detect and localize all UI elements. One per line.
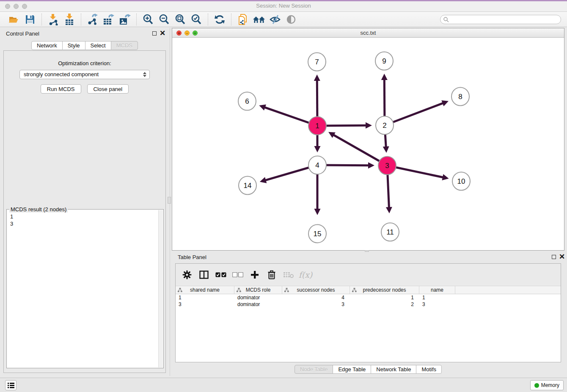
table-row[interactable]: 1dominator411 xyxy=(176,294,561,301)
table-tab-edge-table[interactable]: Edge Table xyxy=(333,365,371,374)
show-details-button[interactable] xyxy=(283,13,299,26)
edge-3-1[interactable] xyxy=(333,134,387,166)
search-input[interactable] xyxy=(449,16,561,23)
control-tab-mcds[interactable]: MCDS xyxy=(111,41,138,50)
table-tab-node-table[interactable]: Node Table xyxy=(295,365,333,374)
edge-2-8[interactable] xyxy=(385,103,444,125)
criterion-select[interactable]: strongly connected component xyxy=(19,70,150,79)
search-icon xyxy=(443,17,449,22)
documents-share-button[interactable] xyxy=(235,13,251,26)
close-panel-icon[interactable]: ✕ xyxy=(160,29,165,38)
close-panel-button[interactable]: Close panel xyxy=(87,84,129,94)
window-title: Session: New Session xyxy=(0,3,567,9)
node-label-7: 7 xyxy=(315,58,319,66)
search-field[interactable] xyxy=(440,15,561,24)
float-table-panel-icon[interactable] xyxy=(552,255,556,259)
arrowhead-2-3 xyxy=(383,146,389,153)
function-builder-button[interactable]: f(x) xyxy=(298,268,313,282)
cell-MCDS-role[interactable]: dominator xyxy=(234,294,282,301)
control-tab-network[interactable]: Network xyxy=(31,41,63,50)
control-tab-style[interactable]: Style xyxy=(62,41,85,50)
export-image-icon xyxy=(118,14,131,25)
column-header-MCDS-role[interactable]: MCDS role xyxy=(234,286,282,294)
hide-details-button[interactable] xyxy=(267,13,283,26)
export-network-icon xyxy=(87,14,99,25)
node-label-2: 2 xyxy=(383,121,386,130)
table-row[interactable]: 3dominator323 xyxy=(176,301,561,308)
memory-button[interactable]: Memory xyxy=(530,380,564,390)
column-header-successor-nodes[interactable]: successor nodes xyxy=(282,286,350,294)
vertical-splitter-handle[interactable] xyxy=(168,197,171,204)
trash-icon xyxy=(267,270,276,279)
zoom-fit-icon xyxy=(174,14,186,25)
cell-name[interactable]: 3 xyxy=(419,301,455,308)
export-image-button[interactable] xyxy=(117,13,133,26)
column-header-shared-name[interactable]: shared name xyxy=(176,286,234,294)
close-table-panel-icon[interactable]: ✕ xyxy=(559,252,565,262)
zoom-in-icon xyxy=(142,14,154,25)
node-label-14: 14 xyxy=(244,182,252,190)
task-history-button[interactable] xyxy=(5,380,17,390)
control-panel-title: Control Panel xyxy=(6,30,39,37)
arrowhead-2-9 xyxy=(381,74,388,80)
split-columns-icon xyxy=(199,271,209,279)
result-scrollbar[interactable] xyxy=(158,210,163,367)
control-tab-select[interactable]: Select xyxy=(85,41,111,50)
zoom-fit-button[interactable] xyxy=(172,13,188,26)
control-panel-tabs: NetworkStyleSelectMCDS xyxy=(0,41,169,50)
export-table-button[interactable] xyxy=(101,13,117,26)
refresh-icon xyxy=(214,14,225,25)
table-header-row: shared nameMCDS rolesuccessor nodesprede… xyxy=(176,286,561,294)
arrowhead-3-11 xyxy=(386,207,392,213)
node-label-6: 6 xyxy=(245,97,249,105)
import-table-icon xyxy=(63,14,75,25)
column-header-predecessor-nodes[interactable]: predecessor nodes xyxy=(350,286,419,294)
table-settings-button[interactable] xyxy=(180,268,194,282)
toolbar-separator xyxy=(41,14,42,25)
cell-shared-name[interactable]: 1 xyxy=(176,294,234,301)
table-tab-motifs[interactable]: Motifs xyxy=(416,365,442,374)
hierarchy-icon xyxy=(352,288,357,293)
node-label-1: 1 xyxy=(315,122,319,130)
delete-column-button[interactable] xyxy=(264,268,279,282)
cell-successor-nodes[interactable]: 4 xyxy=(282,294,350,301)
select-all-columns-button[interactable] xyxy=(214,268,228,282)
cell-shared-name[interactable]: 3 xyxy=(176,301,234,308)
run-mcds-button[interactable]: Run MCDS xyxy=(41,84,81,94)
import-network-button[interactable] xyxy=(45,13,61,26)
network-canvas[interactable]: 7968124314101511 xyxy=(172,38,564,250)
save-session-button[interactable] xyxy=(22,13,38,26)
zoom-out-button[interactable] xyxy=(156,13,172,26)
zoom-in-button[interactable] xyxy=(140,13,156,26)
delete-table-button[interactable] xyxy=(281,268,296,282)
eye-icon xyxy=(286,14,297,25)
table-tab-network-table[interactable]: Network Table xyxy=(371,365,416,374)
network-window-titlebar: ✕ − + scc.txt xyxy=(172,28,564,38)
houses-button[interactable] xyxy=(251,13,267,26)
open-session-button[interactable] xyxy=(6,13,22,26)
mcds-result-content: 1 3 xyxy=(10,213,157,367)
create-column-button[interactable] xyxy=(248,268,262,282)
folder-open-icon xyxy=(8,14,19,25)
cell-predecessor-nodes[interactable]: 2 xyxy=(350,301,419,308)
export-network-button[interactable] xyxy=(85,13,101,26)
mcds-panel: Optimization criterion: strongly connect… xyxy=(3,50,166,373)
column-layout-button[interactable] xyxy=(197,268,211,282)
zoom-selected-button[interactable] xyxy=(188,13,204,26)
cell-predecessor-nodes[interactable]: 1 xyxy=(350,294,419,301)
arrowhead-3-10 xyxy=(442,174,449,180)
column-header-name[interactable]: name xyxy=(419,286,455,294)
float-panel-icon[interactable] xyxy=(152,31,157,36)
import-table-button[interactable] xyxy=(61,13,77,26)
unselect-all-columns-button[interactable] xyxy=(231,268,245,282)
hierarchy-icon xyxy=(237,288,241,293)
horizontal-splitter-handle[interactable] xyxy=(365,250,369,252)
cell-name[interactable]: 1 xyxy=(419,294,455,301)
table-panel-title: Table Panel xyxy=(178,254,206,260)
refresh-view-button[interactable] xyxy=(212,13,228,26)
arrowhead-1-6 xyxy=(259,105,266,110)
cell-successor-nodes[interactable]: 3 xyxy=(282,301,350,308)
node-table: f(x) shared nameMCDS rolesuccessor nodes… xyxy=(175,263,561,362)
node-label-9: 9 xyxy=(382,57,386,65)
cell-MCDS-role[interactable]: dominator xyxy=(234,301,282,308)
